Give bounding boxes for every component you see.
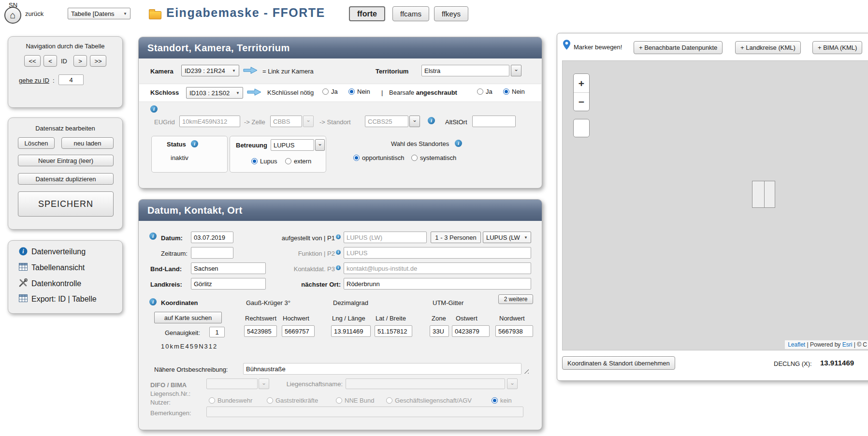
- status-label: Status: [167, 141, 186, 148]
- info-icon[interactable]: [336, 234, 341, 239]
- zelle-input[interactable]: [270, 116, 302, 127]
- save-button[interactable]: SPEICHERN: [18, 191, 114, 217]
- apply-coordinates-button[interactable]: Koordinaten & Standort übernehmen: [562, 356, 675, 370]
- map-canvas[interactable]: + − Leaflet | Powered by Esri | © C: [562, 60, 868, 350]
- info-icon[interactable]: [455, 140, 462, 147]
- resize-handle[interactable]: [523, 368, 529, 374]
- info-icon[interactable]: [149, 298, 157, 305]
- eugrid-input[interactable]: [179, 116, 240, 127]
- sidebar-item-datenkontrolle[interactable]: Datenkontrolle: [31, 279, 81, 288]
- kschloss-link-arrow-icon[interactable]: [247, 88, 261, 96]
- betreuung-input[interactable]: [271, 139, 314, 151]
- territorium-dropdown-button[interactable]: [511, 65, 521, 76]
- last-record-button[interactable]: >>: [90, 55, 106, 67]
- new-entry-button[interactable]: Neuer Eintrag (leer): [18, 155, 114, 166]
- nordwert-input[interactable]: [495, 325, 533, 337]
- first-record-button[interactable]: <<: [24, 55, 41, 67]
- zelle-label: -> Zelle: [244, 118, 265, 126]
- sidebar-item-datenverteilung[interactable]: Datenverteilung: [31, 247, 86, 256]
- p3-input[interactable]: [344, 262, 531, 274]
- bearsafe-radio-ja[interactable]: Ja: [477, 88, 492, 95]
- kamera-link-text: = Link zur Kamera: [262, 68, 314, 75]
- territorium-input[interactable]: [421, 65, 509, 76]
- weitere-button[interactable]: 2 weitere: [498, 294, 533, 304]
- info-icon[interactable]: [428, 117, 435, 124]
- zoom-in-button[interactable]: +: [574, 74, 589, 92]
- bndland-input[interactable]: [191, 262, 266, 274]
- info-circle-icon: i: [19, 247, 28, 256]
- reload-button[interactable]: neu laden: [61, 137, 114, 149]
- info-icon[interactable]: [150, 105, 158, 113]
- back-link[interactable]: zurück: [25, 10, 43, 17]
- p1-select[interactable]: LUPUS (LW: [483, 232, 531, 243]
- datum-panel-header: Datum, Kontakt, Ort: [139, 200, 542, 221]
- altstort-input[interactable]: [472, 116, 516, 127]
- nutzer-label: Nutzer:: [150, 399, 171, 406]
- leaflet-link[interactable]: Leaflet: [788, 341, 805, 348]
- betreuung-radio-extern[interactable]: extern: [285, 158, 311, 165]
- app-tab-fforte[interactable]: fforte: [349, 6, 385, 21]
- sidebar-item-export[interactable]: Export: ID | Tabelle: [31, 295, 97, 304]
- camera-link-arrow-icon[interactable]: [243, 66, 258, 74]
- sidebar-item-tabellenansicht[interactable]: Tabellenansicht: [31, 263, 85, 272]
- kschluessel-radio-ja[interactable]: Ja: [322, 88, 338, 95]
- delete-button[interactable]: Löschen: [18, 137, 55, 149]
- goto-id-input[interactable]: [58, 74, 84, 85]
- row-separator: |: [381, 89, 383, 96]
- app-screen: SN ⌂ zurück Tabelle [Datens Eingabemaske…: [0, 0, 868, 436]
- rechtswert-input[interactable]: [244, 325, 277, 337]
- personen-badge[interactable]: 1 - 3 Personen: [431, 232, 481, 243]
- hochwert-label: Hochwert: [283, 315, 309, 322]
- nutzer-radio-nne-bund: NNE Bund: [336, 397, 374, 404]
- table-select[interactable]: Tabelle [Datens: [68, 8, 130, 19]
- info-icon[interactable]: [336, 250, 341, 255]
- betreuung-radio-lupus[interactable]: Lupus: [251, 158, 277, 165]
- app-tab-ffcams[interactable]: ffcams: [392, 6, 429, 21]
- bearsafe-radio-nein[interactable]: Nein: [503, 88, 525, 95]
- ort-input[interactable]: [344, 278, 531, 290]
- zeitraum-input[interactable]: [191, 247, 233, 259]
- wahl-radio-systematisch[interactable]: systematisch: [411, 154, 456, 161]
- lat-input[interactable]: [375, 325, 412, 337]
- kschloss-select[interactable]: ID103 : 21S02: [186, 87, 243, 99]
- info-icon[interactable]: [191, 140, 198, 147]
- p1-input[interactable]: [344, 232, 427, 243]
- karte-suchen-button[interactable]: auf Karte suchen: [154, 312, 222, 323]
- wahl-radio-opportunistisch[interactable]: opportunistisch: [353, 154, 404, 161]
- next-record-button[interactable]: >: [73, 55, 87, 67]
- kschluessel-radio-nein[interactable]: Nein: [348, 88, 370, 95]
- betreuung-label: Betreuung: [236, 142, 267, 149]
- hochwert-input[interactable]: [282, 325, 315, 337]
- bima-kml-button[interactable]: + BIMA (KML): [812, 41, 862, 54]
- duplicate-button[interactable]: Datensatz duplizieren: [18, 173, 114, 185]
- landkreise-kml-button[interactable]: + Landkreise (KML): [735, 41, 801, 54]
- ostwert-input[interactable]: [452, 325, 490, 337]
- p2-input[interactable]: [344, 247, 531, 259]
- tools-icon: [19, 278, 28, 287]
- prev-record-button[interactable]: <: [43, 55, 57, 67]
- zoom-out-button[interactable]: −: [574, 92, 589, 111]
- kamera-select[interactable]: ID239 : 21R24: [181, 65, 239, 76]
- layers-control[interactable]: [573, 119, 590, 137]
- standort-dropdown-button[interactable]: [409, 116, 420, 127]
- info-icon[interactable]: [149, 233, 157, 240]
- genauigkeit-input[interactable]: [209, 327, 225, 337]
- betreuung-dropdown-button[interactable]: [315, 139, 325, 151]
- esri-link[interactable]: Esri: [842, 341, 853, 348]
- folder-icon: [149, 11, 161, 19]
- info-icon[interactable]: [336, 265, 341, 270]
- datenpunkte-button[interactable]: + Benachbarte Datenpunkte: [634, 41, 723, 54]
- zelle-dropdown-button: [303, 116, 314, 127]
- standort-input[interactable]: [365, 116, 408, 127]
- datum-input[interactable]: [191, 232, 233, 243]
- app-tab-ffkeys[interactable]: ffkeys: [434, 6, 468, 21]
- lng-input[interactable]: [331, 325, 371, 337]
- landkreis-input[interactable]: [191, 278, 266, 290]
- edit-box-title: Datensatz bearbeiten: [8, 125, 122, 132]
- zone-input[interactable]: [430, 325, 449, 337]
- declng-value: 13.911469: [820, 359, 854, 367]
- ortsbeschreibung-input[interactable]: [243, 363, 521, 375]
- home-icon[interactable]: ⌂: [4, 7, 21, 24]
- goto-id-link[interactable]: gehe zu ID: [19, 77, 49, 84]
- standort-label: -> Standort: [319, 118, 351, 126]
